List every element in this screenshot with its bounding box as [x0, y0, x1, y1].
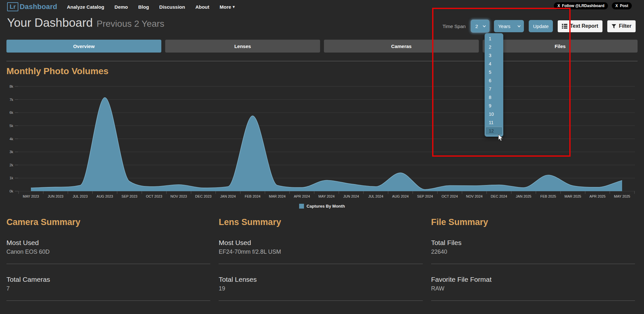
caret-down-icon: ▾	[233, 5, 235, 9]
time-span-count-value: 2	[475, 24, 478, 29]
summary-title: Lens Summary	[219, 217, 422, 227]
x-logo-icon: X	[557, 4, 560, 8]
page-title: Your Dashboard	[7, 16, 93, 29]
summary-row-most-used: Most UsedCanon EOS 60D	[6, 227, 210, 264]
tab-cameras[interactable]: Cameras	[324, 40, 479, 53]
time-span-label: Time Span	[442, 24, 466, 29]
dropdown-option-7[interactable]: 7	[485, 85, 503, 93]
summary-row-value: 7	[6, 285, 210, 292]
time-span-count-dropdown: 123456789101112	[485, 33, 503, 137]
dropdown-option-2[interactable]: 2	[485, 43, 503, 51]
svg-text:APR 2024: APR 2024	[294, 194, 310, 198]
summary-title: Camera Summary	[6, 217, 210, 227]
svg-text:JUN 2023: JUN 2023	[48, 194, 63, 198]
y-axis-labels: 0k1k2k3k4k5k6k7k8k	[9, 84, 13, 193]
app-logo[interactable]: Lr Dashboard	[7, 2, 57, 11]
camera-summary: Camera SummaryMost UsedCanon EOS 60DTota…	[6, 213, 210, 301]
summary-row-label: Total Files	[431, 239, 635, 247]
time-span-count-select[interactable]: 2	[471, 20, 489, 32]
area-series	[31, 98, 622, 191]
svg-text:AUG 2024: AUG 2024	[392, 194, 409, 198]
nav-item-demo[interactable]: Demo	[115, 4, 128, 10]
tab-files[interactable]: Files	[483, 40, 638, 53]
svg-text:FEB 2025: FEB 2025	[540, 194, 556, 198]
svg-text:FEB 2024: FEB 2024	[245, 194, 260, 198]
svg-text:JAN 2024: JAN 2024	[220, 194, 236, 198]
dropdown-option-6[interactable]: 6	[485, 76, 503, 85]
summary-row-total-lenses: Total Lenses19	[219, 264, 422, 301]
summary-row-label: Favorite File Format	[431, 276, 635, 283]
summary-row-label: Most Used	[219, 239, 422, 247]
logo-text: Dashboard	[20, 3, 57, 11]
svg-text:1k: 1k	[9, 176, 13, 180]
filter-funnel-icon	[611, 24, 616, 29]
tab-lenses[interactable]: Lenses	[165, 40, 320, 53]
dropdown-option-11[interactable]: 11	[485, 118, 503, 127]
svg-text:JUL 2023: JUL 2023	[73, 194, 88, 198]
svg-text:6k: 6k	[9, 111, 13, 114]
x-axis-labels: MAY 2023JUN 2023JUL 2023AUG 2023SEP 2023…	[23, 194, 630, 198]
time-span-unit-value: Years	[498, 24, 510, 29]
tab-overview[interactable]: Overview	[6, 40, 161, 53]
x-follow-label: Follow @LRDashboard	[562, 4, 604, 8]
svg-text:NOV 2023: NOV 2023	[170, 194, 187, 198]
summary-row-value: 22640	[431, 249, 635, 255]
dropdown-option-8[interactable]: 8	[485, 93, 503, 102]
lrdashboard-page: Lr Dashboard Analyze CatalogDemoBlogDisc…	[0, 0, 644, 314]
summary-row-label: Total Cameras	[6, 276, 210, 283]
svg-text:8k: 8k	[9, 84, 13, 88]
page-header: Your DashboardPrevious 2 Years	[7, 16, 164, 30]
svg-text:0k: 0k	[9, 189, 13, 193]
header-divider	[6, 61, 638, 61]
nav-item-analyze-catalog[interactable]: Analyze Catalog	[67, 4, 104, 10]
svg-text:JUL 2024: JUL 2024	[368, 194, 384, 198]
svg-text:NOV 2024: NOV 2024	[466, 194, 482, 198]
page-subtitle: Previous 2 Years	[97, 19, 164, 29]
svg-text:4k: 4k	[9, 137, 13, 141]
filter-button[interactable]: Filter	[607, 20, 636, 32]
dropdown-option-10[interactable]: 10	[485, 110, 503, 118]
svg-text:SEP 2024: SEP 2024	[417, 194, 433, 198]
time-span-unit-select[interactable]: Years	[494, 20, 524, 32]
chevron-down-icon	[483, 25, 486, 27]
summary-row-favorite-file-format: Favorite File FormatRAW	[431, 264, 635, 301]
dropdown-option-3[interactable]: 3	[485, 51, 503, 60]
dropdown-option-9[interactable]: 9	[485, 102, 503, 110]
svg-text:5k: 5k	[9, 124, 13, 128]
summary-row-value: Canon EOS 60D	[6, 249, 210, 255]
dropdown-option-1[interactable]: 1	[485, 34, 503, 43]
summary-columns: Camera SummaryMost UsedCanon EOS 60DTota…	[6, 213, 635, 301]
nav-item-blog[interactable]: Blog	[138, 4, 149, 10]
nav-item-more[interactable]: More▾	[220, 4, 235, 10]
svg-text:OCT 2023: OCT 2023	[146, 194, 162, 198]
dropdown-option-4[interactable]: 4	[485, 60, 503, 68]
svg-text:AUG 2023: AUG 2023	[97, 194, 113, 198]
text-report-label: Text Report	[570, 23, 598, 29]
nav-item-about[interactable]: About	[195, 4, 209, 10]
summary-row-total-cameras: Total Cameras7	[6, 264, 210, 301]
dropdown-option-5[interactable]: 5	[485, 68, 503, 76]
monthly-photo-volumes-chart: 0k1k2k3k4k5k6k7k8kMAY 2023JUN 2023JUL 20…	[0, 81, 644, 203]
nav-menu: Analyze CatalogDemoBlogDiscussionAboutMo…	[67, 4, 235, 10]
legend-swatch-icon	[299, 204, 304, 209]
x-post-button[interactable]: X Post	[612, 2, 632, 9]
svg-text:DEC 2024: DEC 2024	[491, 194, 507, 198]
update-label: Update	[533, 24, 548, 29]
x-logo-icon: X	[615, 4, 618, 8]
x-follow-button[interactable]: X Follow @LRDashboard	[554, 2, 608, 9]
dropdown-option-12[interactable]: 12	[485, 127, 503, 135]
svg-text:3k: 3k	[9, 150, 13, 154]
summary-row-value: EF24-70mm f/2.8L USM	[219, 249, 422, 255]
svg-text:MAY 2024: MAY 2024	[318, 194, 335, 198]
lr-logo-icon: Lr	[7, 2, 18, 11]
update-button[interactable]: Update	[529, 20, 553, 32]
nav-more-label: More	[220, 4, 231, 10]
summary-row-most-used: Most UsedEF24-70mm f/2.8L USM	[219, 227, 422, 264]
text-report-button[interactable]: Text Report	[558, 20, 602, 32]
chart-legend[interactable]: Captures By Month	[0, 204, 644, 209]
list-icon	[562, 24, 567, 29]
summary-row-label: Total Lenses	[219, 276, 422, 283]
section-tabs: OverviewLensesCamerasFiles	[6, 40, 638, 53]
legend-label: Captures By Month	[307, 204, 345, 209]
nav-item-discussion[interactable]: Discussion	[159, 4, 185, 10]
